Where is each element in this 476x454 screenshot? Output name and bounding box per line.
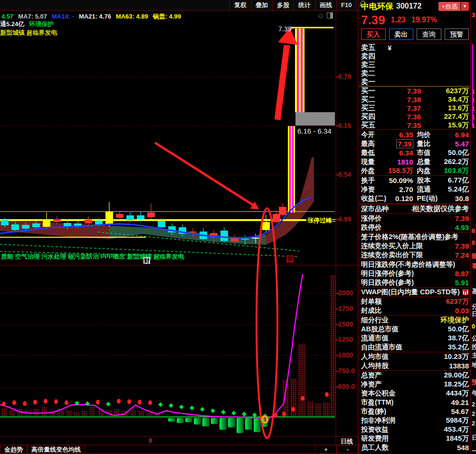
- edge-glyph: 预: [472, 378, 476, 386]
- y-axis-label: 6.16: [338, 122, 351, 129]
- detail-label: 明日涨跌停(不考虑价格调整等): [361, 260, 455, 269]
- bid-volume: 6237万: [421, 87, 469, 96]
- overlay-text: 锅盖: 4.99: [153, 13, 181, 20]
- red-signal-dot: [148, 400, 152, 405]
- candle-body: [137, 215, 144, 219]
- edge-glyph: 1: [472, 114, 475, 121]
- gap-range-label: 6.16 - 6.34: [297, 127, 332, 135]
- red-signal-dot: [96, 400, 100, 405]
- volume-dot-column: [82, 411, 88, 417]
- main-chart-canvas[interactable]: [0, 0, 359, 454]
- finance-badge[interactable]: 财: [143, 257, 150, 264]
- quote-grid-row: 收益(二)0.120PE(动)30.8: [359, 194, 471, 203]
- sell-button[interactable]: 卖出: [389, 29, 414, 40]
- detail-value: 8.87: [455, 270, 469, 278]
- y-axis-label: 2000: [338, 289, 353, 297]
- add-watchlist-button[interactable]: +自选: [438, 2, 460, 11]
- red-signal-dot: [301, 396, 305, 401]
- stock-code: 300172: [396, 2, 438, 10]
- annotation-arrow-shaft: [277, 45, 287, 120]
- volume-dot-column: [9, 410, 15, 417]
- quote-grid-row: 换手50.09%股本6.77亿: [359, 175, 471, 185]
- detail-label: 深市品种: [361, 204, 389, 213]
- y-axis-label: 1750: [338, 305, 353, 312]
- add-watchlist-dropdown[interactable]: ▼: [461, 2, 469, 11]
- alert-button[interactable]: 预警: [445, 29, 469, 40]
- buy-button[interactable]: 买入: [361, 29, 386, 40]
- detail-value: 5984万: [446, 416, 469, 425]
- detail-label: 连续竞价卖出价下限: [361, 251, 423, 260]
- zoom-out-button[interactable]: -: [337, 445, 359, 454]
- mini-chart-icon[interactable]: [462, 289, 469, 295]
- quote-label: 收益(二): [361, 194, 386, 203]
- ask-label: 卖一: [361, 77, 388, 87]
- detail-row: 研发费用1845万: [359, 434, 471, 443]
- zoom-in-button[interactable]: +: [315, 445, 337, 454]
- price-row: 7.39 1.23 19.97%: [359, 12, 471, 28]
- quote-value: 158.5万: [388, 166, 413, 175]
- detail-label: AB股总市值: [361, 325, 399, 334]
- y-axis-label: 750.0: [338, 367, 355, 375]
- green-signal-diamond: [169, 403, 173, 408]
- peak-price-label: 7.39: [278, 25, 291, 33]
- detail-value: 5.91: [455, 279, 469, 287]
- quote-grid-cell: 现量1810: [359, 157, 415, 166]
- quote-grid-cell: 市值50.0亿: [415, 148, 471, 157]
- detail-label: 自由流通市值: [361, 343, 402, 352]
- red-signal-dot: [44, 399, 48, 404]
- candle-body: [279, 207, 286, 215]
- detail-value: 相关数据仅供参考: [412, 204, 469, 213]
- quote-label: 现量: [361, 157, 375, 166]
- fund-outflow-bar: [228, 418, 235, 427]
- overlay-text: MA7: 5.07: [18, 13, 47, 20]
- fund-outflow-bar: [245, 418, 252, 430]
- green-signal-diamond: [200, 407, 205, 412]
- detail-row: 总资产29.00亿: [359, 370, 471, 380]
- red-signal-dot: [282, 412, 286, 416]
- candle-body: [85, 220, 92, 223]
- edge-glyph: 8: [472, 239, 475, 246]
- tab-fund-trend[interactable]: 金趋势: [0, 445, 27, 454]
- fund-outflow-bar: [254, 418, 261, 432]
- detail-row: 明日涨停价(参考)8.87: [359, 269, 471, 278]
- volume-dot-column: [74, 412, 80, 417]
- quote-value: 50.0亿: [448, 148, 469, 157]
- quote-grid-cell: 总量262.2万: [415, 157, 471, 166]
- gap-zone-box: [295, 112, 335, 126]
- bid-label: 买三: [361, 104, 388, 113]
- detail-row: 自由流通市值35.2亿: [359, 343, 471, 352]
- detail-value: 49.21: [451, 398, 469, 406]
- detail-label: VWAP图(日内均量 CDP-STD等): [361, 288, 460, 297]
- limit-up-candle-stripe: [301, 29, 303, 112]
- red-signal-dot: [138, 400, 142, 405]
- limit-up-candle-stripe: [291, 126, 292, 213]
- currency-toggle-icon[interactable]: ¥: [388, 44, 414, 52]
- green-signal-diamond: [106, 402, 111, 406]
- ask-row: 卖五¥: [359, 43, 471, 52]
- detail-label: 扣非净利润: [361, 416, 396, 425]
- y-axis-label: 1250: [338, 336, 353, 343]
- detail-label: 笼子价格2%(随基准价调整)参考: [361, 232, 458, 241]
- tab-volume-ma[interactable]: 高倍量线变色均线: [27, 445, 85, 454]
- volume-dot-column: [49, 410, 56, 417]
- edge-glyph: 2: [472, 420, 475, 427]
- limit-up-candle-stripe: [288, 126, 289, 213]
- edge-glyph: 0: [472, 323, 475, 330]
- current-price: 7.39: [361, 13, 385, 28]
- volume-dot-column: [330, 275, 335, 417]
- volume-dot-column: [138, 411, 144, 417]
- candle-body: [220, 231, 228, 241]
- limit-up-badge[interactable]: 张: [286, 255, 294, 262]
- quote-value: 5.24亿: [448, 185, 469, 194]
- query-button[interactable]: 查询: [417, 29, 441, 40]
- quote-label: 最低: [361, 148, 375, 157]
- order-book: 卖五¥卖四卖三卖二卖一 买一7.396237万买二7.3834.4万买三7.37…: [359, 43, 471, 130]
- quote-grid-cell: 最低6.34: [359, 148, 415, 157]
- edge-glyph: 年: [472, 389, 476, 397]
- edge-glyph: 看: [472, 262, 476, 270]
- candle-body: [43, 219, 50, 227]
- detail-row: 深市品种相关数据仅供参考: [359, 204, 471, 213]
- quote-grid-cell: 外盘158.5万: [359, 166, 415, 175]
- detail-value: 1845万: [446, 434, 469, 443]
- volume-dot-column: [1, 408, 7, 417]
